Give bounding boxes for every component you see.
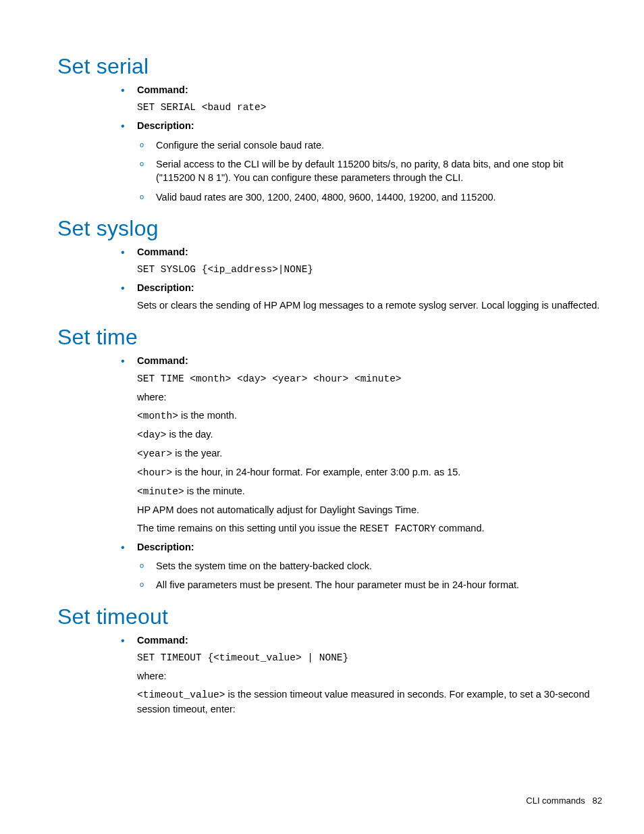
document-page: Set serial Command: SET SERIAL <baud rat… (0, 0, 644, 834)
remain-note: The time remains on this setting until y… (137, 521, 603, 536)
param-line: <hour> is the hour, in 24-hour format. F… (137, 465, 603, 480)
param-code: <month> (137, 411, 178, 421)
list-serial: Command: SET SERIAL <baud rate> Descript… (118, 83, 603, 204)
description-label: Description: (137, 542, 194, 552)
param-line: <timeout_value> is the session timeout v… (137, 687, 603, 716)
heading-set-syslog: Set syslog (57, 216, 603, 241)
list-item: Serial access to the CLI will be by defa… (137, 157, 603, 185)
description-text: Sets or clears the sending of HP APM log… (137, 298, 603, 313)
dst-note: HP APM does not automatically adjust for… (137, 503, 603, 517)
list-item: Description: Sets the system time on the… (118, 540, 603, 592)
page-footer: CLI commands 82 (526, 796, 602, 806)
heading-set-time: Set time (57, 325, 603, 350)
heading-set-timeout: Set timeout (57, 604, 603, 629)
param-text: is the month. (178, 410, 237, 421)
list-item: Configure the serial console baud rate. (137, 138, 603, 152)
param-code: <year> (137, 448, 172, 459)
command-code: SET SYSLOG {<ip_address>|NONE} (137, 263, 603, 277)
param-code: <day> (137, 429, 167, 440)
description-label: Description: (137, 282, 194, 293)
sub-list: Configure the serial console baud rate. … (137, 138, 603, 204)
footer-page-number: 82 (593, 796, 602, 806)
remain-pre: The time remains on this setting until y… (137, 523, 360, 533)
remain-post: command. (436, 523, 485, 533)
sub-list: Sets the system time on the battery-back… (137, 559, 603, 592)
command-code: SET SERIAL <baud rate> (137, 101, 603, 115)
param-text: is the year. (172, 448, 222, 459)
list-timeout: Command: SET TIMEOUT {<timeout_value> | … (118, 633, 603, 716)
list-item: Valid baud rates are 300, 1200, 2400, 48… (137, 190, 603, 204)
command-label: Command: (137, 246, 188, 257)
list-item: Command: SET SYSLOG {<ip_address>|NONE} (118, 245, 603, 277)
list-item: Command: SET TIME <month> <day> <year> <… (118, 354, 603, 536)
footer-section: CLI commands (526, 796, 585, 806)
where-label: where: (137, 669, 603, 683)
param-code: <timeout_value> (137, 689, 225, 700)
param-text: is the day. (167, 429, 213, 440)
command-label: Command: (137, 84, 188, 95)
param-line: <month> is the month. (137, 409, 603, 423)
param-line: <year> is the year. (137, 446, 603, 461)
list-item: All five parameters must be present. The… (137, 578, 603, 592)
heading-set-serial: Set serial (57, 54, 603, 79)
param-line: <minute> is the minute. (137, 484, 603, 499)
param-line: <day> is the day. (137, 427, 603, 442)
list-time: Command: SET TIME <month> <day> <year> <… (118, 354, 603, 592)
where-label: where: (137, 390, 603, 405)
list-item: Command: SET TIMEOUT {<timeout_value> | … (118, 633, 603, 716)
list-item: Command: SET SERIAL <baud rate> (118, 83, 603, 115)
param-code: <hour> (137, 467, 172, 478)
command-label: Command: (137, 355, 188, 366)
param-text: is the minute. (184, 486, 245, 496)
command-code: SET TIMEOUT {<timeout_value> | NONE} (137, 651, 603, 665)
command-label: Command: (137, 635, 188, 646)
remain-code: RESET FACTORY (360, 523, 436, 534)
list-item: Sets the system time on the battery-back… (137, 559, 603, 573)
description-label: Description: (137, 120, 194, 131)
command-code: SET TIME <month> <day> <year> <hour> <mi… (137, 372, 603, 386)
list-item: Description: Configure the serial consol… (118, 119, 603, 203)
param-code: <minute> (137, 486, 184, 497)
list-item: Description: Sets or clears the sending … (118, 281, 603, 313)
list-syslog: Command: SET SYSLOG {<ip_address>|NONE} … (118, 245, 603, 313)
param-text: is the hour, in 24-hour format. For exam… (172, 467, 460, 477)
